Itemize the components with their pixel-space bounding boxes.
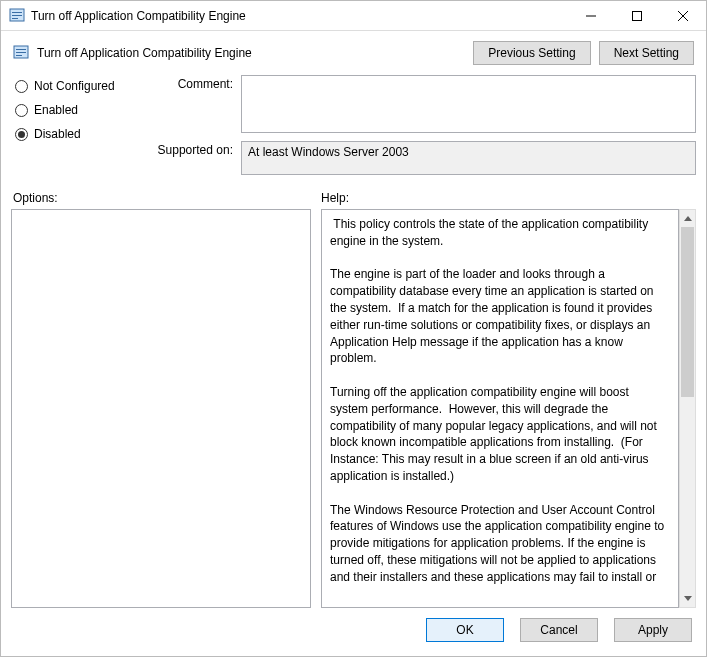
options-box xyxy=(11,209,311,608)
supported-row: Supported on: At least Windows Server 20… xyxy=(151,141,696,175)
next-setting-button[interactable]: Next Setting xyxy=(599,41,694,65)
header-row: Turn off Application Compatibility Engin… xyxy=(13,41,694,65)
supported-label: Supported on: xyxy=(151,141,241,175)
right-fields: Comment: Supported on: At least Windows … xyxy=(151,75,696,175)
help-text: This policy controls the state of the ap… xyxy=(321,209,679,608)
window-title: Turn off Application Compatibility Engin… xyxy=(31,9,568,23)
radio-not-configured[interactable]: Not Configured xyxy=(15,79,151,93)
previous-setting-button[interactable]: Previous Setting xyxy=(473,41,590,65)
apply-button[interactable]: Apply xyxy=(614,618,692,642)
svg-rect-3 xyxy=(12,18,18,19)
radio-indicator xyxy=(15,128,28,141)
scroll-thumb[interactable] xyxy=(681,227,694,397)
svg-rect-1 xyxy=(12,12,22,13)
title-bar: Turn off Application Compatibility Engin… xyxy=(1,1,706,31)
maximize-button[interactable] xyxy=(614,1,660,31)
scroll-down-button[interactable] xyxy=(680,590,695,607)
cancel-button[interactable]: Cancel xyxy=(520,618,598,642)
comment-textarea[interactable] xyxy=(241,75,696,133)
svg-marker-13 xyxy=(684,596,692,601)
comment-label: Comment: xyxy=(151,75,241,133)
svg-marker-12 xyxy=(684,216,692,221)
radio-label: Not Configured xyxy=(34,79,115,93)
radio-indicator xyxy=(15,80,28,93)
help-scrollbar[interactable] xyxy=(679,209,696,608)
footer-buttons: OK Cancel Apply xyxy=(11,608,696,648)
svg-rect-5 xyxy=(633,11,642,20)
help-label: Help: xyxy=(321,191,696,205)
options-label: Options: xyxy=(11,191,321,205)
svg-rect-9 xyxy=(16,49,26,50)
radio-label: Disabled xyxy=(34,127,81,141)
lower-section: This policy controls the state of the ap… xyxy=(11,209,696,608)
lower-labels: Options: Help: xyxy=(11,191,696,205)
supported-value: At least Windows Server 2003 xyxy=(241,141,696,175)
radio-label: Enabled xyxy=(34,103,78,117)
help-wrap: This policy controls the state of the ap… xyxy=(321,209,696,608)
app-icon xyxy=(9,8,25,24)
svg-rect-2 xyxy=(12,15,22,16)
radio-enabled[interactable]: Enabled xyxy=(15,103,151,117)
ok-button[interactable]: OK xyxy=(426,618,504,642)
policy-icon xyxy=(13,45,29,61)
svg-rect-10 xyxy=(16,52,26,53)
radio-indicator xyxy=(15,104,28,117)
radio-disabled[interactable]: Disabled xyxy=(15,127,151,141)
upper-section: Not Configured Enabled Disabled Comment:… xyxy=(11,75,696,175)
comment-row: Comment: xyxy=(151,75,696,133)
state-radio-group: Not Configured Enabled Disabled xyxy=(11,75,151,175)
scroll-up-button[interactable] xyxy=(680,210,695,227)
svg-rect-11 xyxy=(16,55,22,56)
policy-title: Turn off Application Compatibility Engin… xyxy=(37,46,465,60)
minimize-button[interactable] xyxy=(568,1,614,31)
scroll-track[interactable] xyxy=(680,227,695,590)
content-area: Turn off Application Compatibility Engin… xyxy=(1,31,706,656)
close-button[interactable] xyxy=(660,1,706,31)
